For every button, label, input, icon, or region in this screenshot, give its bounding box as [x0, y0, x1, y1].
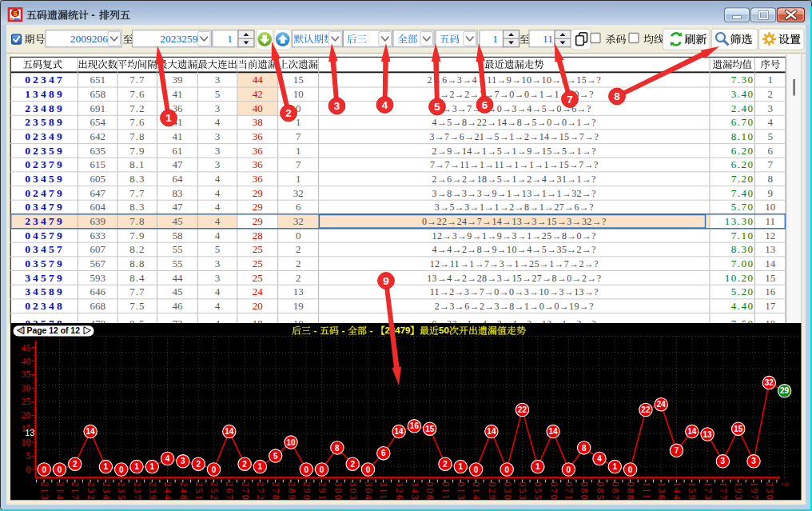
svg-text:651: 651: [90, 74, 105, 86]
svg-text:635: 635: [90, 145, 105, 157]
svg-text:0→22→24→7→14→13→3→15→3→32→?: 0→22→24→7→14→13→3→15→3→32→?: [422, 216, 607, 227]
svg-text:8.3: 8.3: [129, 201, 145, 213]
svg-text:3: 3: [215, 102, 221, 114]
svg-text:2: 2: [296, 243, 301, 255]
svg-text:291: 291: [316, 482, 328, 501]
svg-text:02379: 02379: [25, 158, 65, 170]
svg-text:3.40: 3.40: [731, 88, 754, 100]
svg-text:217: 217: [70, 482, 81, 501]
svg-text:14: 14: [225, 427, 234, 436]
svg-text:24: 24: [657, 400, 667, 409]
svg-text:6.20: 6.20: [731, 158, 754, 170]
svg-text:42: 42: [253, 88, 263, 100]
svg-text:0: 0: [320, 465, 324, 474]
svg-text:1: 1: [296, 145, 301, 157]
svg-text:272: 272: [255, 482, 266, 501]
svg-text:61: 61: [172, 145, 182, 157]
svg-text:45: 45: [172, 215, 182, 227]
svg-text:7.8: 7.8: [129, 215, 145, 227]
svg-text:7.9: 7.9: [129, 145, 145, 157]
svg-text:7.6: 7.6: [129, 116, 145, 128]
svg-text:053: 053: [517, 482, 528, 501]
svg-text:6.20: 6.20: [731, 145, 754, 157]
svg-text:691: 691: [90, 102, 105, 114]
svg-text:8: 8: [335, 444, 340, 453]
svg-text:4: 4: [215, 116, 221, 128]
svg-text:03459: 03459: [25, 173, 65, 185]
svg-text:29: 29: [780, 386, 790, 395]
svg-text:013: 013: [456, 482, 467, 501]
svg-text:13: 13: [703, 430, 713, 439]
svg-text:7.2: 7.2: [129, 102, 145, 114]
svg-text:615: 615: [90, 158, 105, 170]
svg-text:41: 41: [172, 130, 182, 142]
svg-text:6: 6: [768, 145, 774, 157]
svg-text:5: 5: [26, 450, 31, 461]
svg-text:244: 244: [162, 482, 173, 501]
svg-text:4: 4: [215, 215, 221, 227]
svg-text:278: 278: [270, 482, 281, 501]
svg-text:17: 17: [765, 300, 776, 312]
svg-text:2→9→14→1→5→1→9→15→5→1→?: 2→9→14→1→5→1→9→15→5→1→?: [432, 146, 596, 157]
svg-text:12→3→9→1→9→3→1→25→8→0→?: 12→3→9→1→9→3→1→25→8→0→?: [432, 230, 596, 242]
svg-text:088: 088: [625, 482, 636, 501]
svg-text:36: 36: [253, 145, 264, 157]
svg-text:008: 008: [424, 482, 436, 501]
svg-text:604: 604: [90, 201, 105, 213]
svg-text:15: 15: [734, 425, 743, 433]
svg-text:144: 144: [671, 482, 683, 501]
svg-text:267: 267: [224, 482, 235, 501]
svg-text:36: 36: [253, 158, 264, 170]
svg-text:8.10: 8.10: [731, 130, 754, 142]
svg-text:303: 303: [348, 482, 359, 501]
svg-text:10: 10: [286, 438, 296, 447]
svg-text:55: 55: [172, 243, 182, 255]
svg-text:23479: 23479: [385, 325, 411, 335]
svg-text:13: 13: [765, 243, 775, 255]
svg-text:639: 639: [90, 215, 105, 227]
svg-text:7: 7: [296, 130, 301, 142]
svg-text:080: 080: [579, 482, 590, 501]
svg-text:3→5→3→1→1→2→8→1→27→6→?: 3→5→3→1→1→2→8→1→27→6→?: [435, 202, 594, 213]
svg-text:1: 1: [459, 462, 464, 471]
svg-text:4: 4: [382, 99, 388, 111]
svg-text:232: 232: [86, 482, 97, 501]
svg-text:3: 3: [215, 130, 221, 142]
svg-text:4: 4: [215, 201, 221, 213]
svg-text:270: 270: [240, 482, 251, 501]
svg-text:5: 5: [434, 101, 440, 113]
svg-text:13.30: 13.30: [725, 215, 754, 227]
svg-text:15: 15: [293, 74, 304, 86]
svg-text:055: 055: [532, 482, 543, 501]
svg-text:4: 4: [215, 285, 221, 297]
svg-text:34579: 34579: [25, 272, 65, 284]
svg-text:605: 605: [90, 173, 105, 185]
svg-text:2: 2: [443, 460, 448, 469]
svg-text:1: 1: [492, 33, 498, 45]
svg-text:12: 12: [765, 230, 775, 242]
svg-text:-: -: [342, 325, 345, 335]
svg-text:343: 343: [409, 482, 420, 501]
svg-text:235: 235: [116, 482, 127, 501]
svg-text:29: 29: [253, 187, 263, 199]
svg-text:35: 35: [22, 369, 31, 380]
svg-text:4.40: 4.40: [731, 300, 754, 312]
svg-text:45: 45: [22, 342, 31, 353]
svg-text:4→5→8→22→14→8→5→0→0→1→?: 4→5→8→22→14→8→5→0→0→1→?: [432, 117, 596, 128]
svg-text:011: 011: [440, 482, 452, 501]
svg-text:234: 234: [101, 482, 112, 501]
svg-text:239: 239: [147, 482, 158, 501]
svg-text:7.7: 7.7: [129, 187, 145, 199]
svg-text:4: 4: [215, 230, 221, 242]
svg-text:-: -: [91, 9, 94, 21]
svg-text:7: 7: [567, 94, 573, 106]
svg-text:55: 55: [172, 257, 182, 269]
svg-text:3: 3: [751, 457, 756, 465]
svg-text:5: 5: [768, 130, 774, 142]
svg-text:29: 29: [253, 215, 263, 227]
svg-text:0: 0: [567, 465, 571, 474]
svg-text:111: 111: [641, 482, 652, 501]
svg-text:11→2→3→7→0→0→3→10→3→13→?: 11→2→3→7→0→0→3→10→3→13→?: [430, 286, 599, 297]
svg-text:7.7: 7.7: [129, 74, 145, 86]
svg-text:3: 3: [181, 457, 185, 465]
